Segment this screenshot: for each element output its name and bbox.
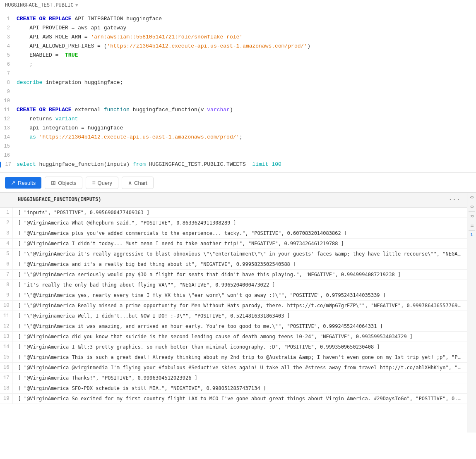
query-icon: ≡ xyxy=(92,179,95,186)
table-row[interactable]: 8[ "it's really the only bad thing about… xyxy=(0,280,467,290)
row-data: [ "@VirginAmerica What @dhepburn said.",… xyxy=(13,218,467,228)
tab-chart[interactable]: ∧ Chart xyxy=(122,177,154,189)
code-line: 6 ; xyxy=(0,60,476,69)
row-number: 4 xyxy=(0,239,13,249)
table-row[interactable]: 7[ "\"@VirginAmerica seriously would pay… xyxy=(0,270,467,280)
row-data: [ "@VirginAmerica Thanks!", "POSITIVE", … xyxy=(13,373,467,383)
row-number: 2 xyxy=(0,218,13,228)
tab-chart-label: Chart xyxy=(134,180,147,186)
table-row[interactable]: 17[ "@VirginAmerica Thanks!", "POSITIVE"… xyxy=(0,373,467,383)
sidebar-active-num[interactable]: 1 xyxy=(470,232,473,237)
tab-query-label: Query xyxy=(98,180,112,186)
tab-objects[interactable]: ⊞ Objects xyxy=(45,177,82,189)
table-row[interactable]: 13[ "@VirginAmerica did you know that su… xyxy=(0,332,467,342)
code-content[interactable]: API_AWS_ROLE_ARN = 'arn:aws:iam::5581051… xyxy=(17,33,476,41)
row-number: 12 xyxy=(0,321,13,332)
table-row[interactable]: 12[ "\"@VirginAmerica it was amazing, an… xyxy=(0,321,467,332)
row-data: [ "\"@VirginAmerica yes, nearly every ti… xyxy=(13,290,467,301)
line-number: 7 xyxy=(0,71,17,76)
code-editor[interactable]: 1CREATE OR REPLACE API INTEGRATION huggi… xyxy=(0,11,476,173)
row-number: 8 xyxy=(0,280,13,290)
code-content[interactable] xyxy=(17,69,476,78)
code-line: 13 api_integration = huggingface xyxy=(0,124,476,133)
column-more-button[interactable]: ··· xyxy=(447,196,462,203)
results-main[interactable]: HUGGINGFACE_FUNCTION(INPUTS) ··· 1[ "inp… xyxy=(0,193,467,433)
code-content[interactable]: api_integration = huggingface xyxy=(17,124,476,132)
table-row[interactable]: 18[ "@VirginAmerica SFO-PDX schedule is … xyxy=(0,383,467,394)
row-number: 1 xyxy=(0,207,13,218)
row-data: [ "@VirginAmerica I didn't today... Must… xyxy=(13,239,467,249)
code-content[interactable]: describe integration huggingface; xyxy=(17,79,476,87)
code-line: 16 xyxy=(0,151,476,160)
code-content[interactable]: API_PROVIDER = aws_api_gateway xyxy=(17,24,476,32)
table-row[interactable]: 3[ "@VirginAmerica plus you've added com… xyxy=(0,228,467,239)
table-row[interactable]: 6[ "@VirginAmerica and it's a really big… xyxy=(0,259,467,270)
code-content[interactable]: as 'https://z1364b1412.execute-api.us-ea… xyxy=(17,133,476,141)
line-number: 2 xyxy=(0,25,17,31)
code-content[interactable]: CREATE OR REPLACE API INTEGRATION huggin… xyxy=(17,15,476,23)
row-number: 11 xyxy=(0,311,13,321)
line-number: 13 xyxy=(0,125,17,131)
line-number: 8 xyxy=(0,80,17,86)
table-row[interactable]: 10[ "\"@VirginAmerica Really missed a pr… xyxy=(0,301,467,311)
code-content[interactable]: ; xyxy=(17,60,476,69)
table-row[interactable]: 19[ "@VirginAmerica So excited for my fi… xyxy=(0,394,467,404)
row-number: 16 xyxy=(0,363,13,373)
row-num-header xyxy=(0,193,13,207)
code-line: 4 API_ALLOWED_PREFIXES = ('https://z1364… xyxy=(0,42,476,51)
results-area: HUGGINGFACE_FUNCTION(INPUTS) ··· 1[ "inp… xyxy=(0,193,476,433)
tabs-bar: ↗ Results ⊞ Objects ≡ Query ∧ Chart xyxy=(0,173,476,193)
row-number: 9 xyxy=(0,290,13,301)
line-number: 5 xyxy=(0,53,17,58)
table-row[interactable]: 9[ "\"@VirginAmerica yes, nearly every t… xyxy=(0,290,467,301)
row-number: 14 xyxy=(0,342,13,352)
table-row[interactable]: 15[ "@VirginAmerica This is such a great… xyxy=(0,352,467,363)
row-data: [ "@VirginAmerica SFO-PDX schedule is st… xyxy=(13,383,467,394)
row-number: 10 xyxy=(0,301,13,311)
line-number: 10 xyxy=(0,98,17,104)
line-number: 4 xyxy=(0,43,17,49)
results-icon: ↗ xyxy=(11,179,16,186)
line-number: 9 xyxy=(0,89,17,95)
code-content[interactable]: CREATE OR REPLACE external function hugg… xyxy=(17,106,476,114)
row-number: 7 xyxy=(0,270,13,280)
tab-results-label: Results xyxy=(18,180,36,186)
code-line: 9 xyxy=(0,87,476,96)
code-content[interactable]: API_ALLOWED_PREFIXES = ('https://z1364b1… xyxy=(17,42,476,50)
table-row[interactable]: 14[ "@VirginAmerica I &lt;3 pretty graph… xyxy=(0,342,467,352)
row-data: [ "@VirginAmerica did you know that suic… xyxy=(13,332,467,342)
row-data: [ "@VirginAmerica So excited for my firs… xyxy=(13,394,467,404)
column-header-label: HUGGINGFACE_FUNCTION(INPUTS) xyxy=(18,197,101,203)
code-content[interactable] xyxy=(17,151,476,160)
breadcrumb-arrow[interactable]: ▼ xyxy=(75,2,78,8)
code-content[interactable]: ENABLED = TRUE xyxy=(17,51,476,60)
table-row[interactable]: 16[ "@VirginAmerica @virginmedia I'm fly… xyxy=(0,363,467,373)
code-content[interactable] xyxy=(17,97,476,105)
code-line: 10 xyxy=(0,96,476,105)
row-data: [ "@VirginAmerica and it's a really big … xyxy=(13,259,467,270)
row-data: [ "\"@VirginAmerica Really missed a prim… xyxy=(13,301,467,311)
sidebar-sep-1 xyxy=(469,202,475,202)
breadcrumb-path[interactable]: HUGGINGFACE_TEST.PUBLIC xyxy=(5,2,74,8)
row-data: [ "@VirginAmerica I &lt;3 pretty graphic… xyxy=(13,342,467,352)
tab-query[interactable]: ≡ Query xyxy=(86,177,118,189)
table-row[interactable]: 4[ "@VirginAmerica I didn't today... Mus… xyxy=(0,239,467,249)
table-row[interactable]: 1[ "inputs", "POSITIVE", 0.9956900477409… xyxy=(0,207,467,218)
code-line: 11CREATE OR REPLACE external function hu… xyxy=(0,105,476,115)
sidebar-sep-3 xyxy=(469,221,475,221)
line-number: 17 xyxy=(0,162,17,167)
table-row[interactable]: 5[ "\"@VirginAmerica it's really aggress… xyxy=(0,249,467,259)
row-data: [ "@VirginAmerica This is such a great d… xyxy=(13,352,467,363)
code-content[interactable] xyxy=(17,88,476,96)
table-row[interactable]: 2[ "@VirginAmerica What @dhepburn said."… xyxy=(0,218,467,228)
line-number: 3 xyxy=(0,34,17,40)
tab-results[interactable]: ↗ Results xyxy=(5,177,41,189)
code-content[interactable] xyxy=(17,142,476,151)
row-number: 19 xyxy=(0,394,13,404)
results-sidebar: Q Q R H 1 xyxy=(467,193,476,433)
code-content[interactable]: returns variant xyxy=(17,115,476,123)
code-content[interactable]: select huggingface_function(inputs) from… xyxy=(17,160,476,169)
line-number: 16 xyxy=(0,153,17,158)
table-row[interactable]: 11[ "\"@virginamerica Well, I didn't...b… xyxy=(0,311,467,321)
row-data: [ "\"@VirginAmerica seriously would pay … xyxy=(13,270,467,280)
